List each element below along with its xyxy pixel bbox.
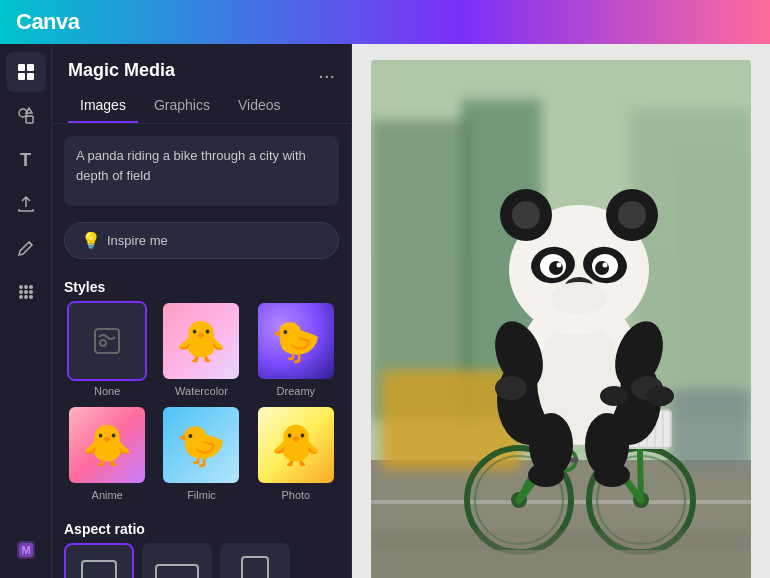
style-thumb-filmic: 🐤 [161,405,241,485]
tabs: Images Graphics Videos [52,89,351,124]
inspire-label: Inspire me [107,233,168,248]
svg-marker-6 [26,108,32,113]
svg-point-68 [512,201,540,229]
style-thumb-photo: 🐥 [256,405,336,485]
svg-point-13 [19,295,23,299]
svg-rect-2 [18,73,25,80]
aspect-icon-portrait [241,556,269,578]
svg-point-69 [618,201,646,229]
panel-title: Magic Media [68,60,175,81]
sidebar-item-elements[interactable] [6,96,46,136]
tab-graphics[interactable]: Graphics [142,89,222,123]
svg-point-81 [551,282,607,314]
icon-sidebar: T [0,44,52,578]
style-thumb-none [67,301,147,381]
tab-images[interactable]: Images [68,89,138,123]
style-thumb-anime: 🐥 [67,405,147,485]
svg-point-14 [24,295,28,299]
panda-image [371,60,751,578]
style-item-none[interactable]: None [64,301,150,397]
main-container: T [0,44,770,578]
aspect-box-landscape [142,543,212,578]
style-label-dreamy: Dreamy [277,385,316,397]
svg-rect-25 [681,160,751,410]
svg-rect-1 [27,64,34,71]
svg-rect-28 [671,390,751,470]
panel-header: Magic Media ... [52,44,351,89]
aspect-box-portrait [220,543,290,578]
svg-point-9 [29,285,33,289]
svg-rect-3 [27,73,34,80]
svg-point-59 [495,376,527,400]
tab-videos[interactable]: Videos [226,89,293,123]
sidebar-item-draw[interactable] [6,228,46,268]
canva-logo: Canva [16,9,80,35]
styles-section-label: Styles [52,271,351,301]
style-item-dreamy[interactable]: 🐤 Dreamy [253,301,339,397]
aspect-section-label: Aspect ratio [52,513,351,543]
svg-point-74 [549,261,563,275]
style-label-anime: Anime [92,489,123,501]
style-label-none: None [94,385,120,397]
styles-grid: None 🐥 Watercolor 🐤 Dreamy 🐥 [52,301,351,513]
svg-point-11 [24,290,28,294]
svg-point-8 [24,285,28,289]
svg-text:M: M [21,544,30,556]
sidebar-item-uploads[interactable] [6,184,46,224]
aspect-item-landscape[interactable] [142,543,212,578]
aspect-icon-landscape [155,564,199,578]
style-label-watercolor: Watercolor [175,385,228,397]
svg-point-85 [594,463,630,487]
topbar: Canva [0,0,770,44]
svg-point-63 [646,386,674,406]
style-thumb-dreamy: 🐤 [256,301,336,381]
svg-point-10 [19,290,23,294]
aspect-grid [52,543,351,578]
svg-rect-0 [18,64,25,71]
style-label-photo: Photo [281,489,310,501]
aspect-box-square [64,543,134,578]
panel-menu-button[interactable]: ... [318,61,335,81]
aspect-item-square[interactable] [64,543,134,578]
svg-rect-87 [371,550,751,578]
svg-point-12 [29,290,33,294]
svg-point-7 [19,285,23,289]
svg-point-77 [603,263,608,268]
style-item-watercolor[interactable]: 🐥 Watercolor [158,301,244,397]
svg-rect-5 [26,116,33,123]
svg-point-15 [29,295,33,299]
style-label-filmic: Filmic [187,489,216,501]
svg-point-75 [595,261,609,275]
style-item-anime[interactable]: 🐥 Anime [64,405,150,501]
svg-point-76 [557,263,562,268]
svg-point-20 [100,340,106,346]
aspect-icon-square [81,560,117,578]
sidebar-item-magic[interactable]: M [6,530,46,570]
prompt-text: A panda riding a bike through a city wit… [76,146,327,185]
style-thumb-watercolor: 🐥 [161,301,241,381]
svg-point-62 [600,386,628,406]
inspire-button[interactable]: 💡 Inspire me [64,222,339,259]
sidebar-item-grid[interactable] [6,52,46,92]
style-item-filmic[interactable]: 🐤 Filmic [158,405,244,501]
panel: Magic Media ... Images Graphics Videos A… [52,44,352,578]
sidebar-item-apps[interactable] [6,272,46,312]
style-item-photo[interactable]: 🐥 Photo [253,405,339,501]
aspect-item-portrait[interactable] [220,543,290,578]
svg-rect-19 [95,329,119,353]
canvas-area [352,44,770,578]
svg-point-84 [528,463,564,487]
sidebar-item-text[interactable]: T [6,140,46,180]
prompt-area[interactable]: A panda riding a bike through a city wit… [64,136,339,206]
inspire-icon: 💡 [81,231,101,250]
